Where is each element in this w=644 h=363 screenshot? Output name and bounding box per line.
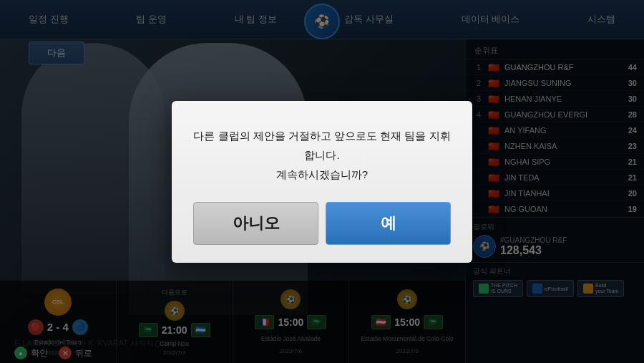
modal-text: 다른 클럽의 제안을 거절하고 앞으로도 현재 팀을 지휘합니다. 계속하시겠습…: [193, 126, 451, 184]
modal-yes-button[interactable]: 예: [326, 202, 451, 245]
modal-box: 다른 클럽의 제안을 거절하고 앞으로도 현재 팀을 지휘합니다. 계속하시겠습…: [172, 101, 472, 263]
modal-line2: 계속하시겠습니까?: [276, 168, 368, 180]
modal-buttons: 아니오 예: [193, 202, 451, 245]
modal-overlay: 다른 클럽의 제안을 거절하고 앞으로도 현재 팀을 지휘합니다. 계속하시겠습…: [0, 0, 644, 363]
modal-no-button[interactable]: 아니오: [193, 202, 318, 245]
modal-line1: 다른 클럽의 제안을 거절하고 앞으로도 현재 팀을 지휘합니다.: [193, 130, 450, 161]
